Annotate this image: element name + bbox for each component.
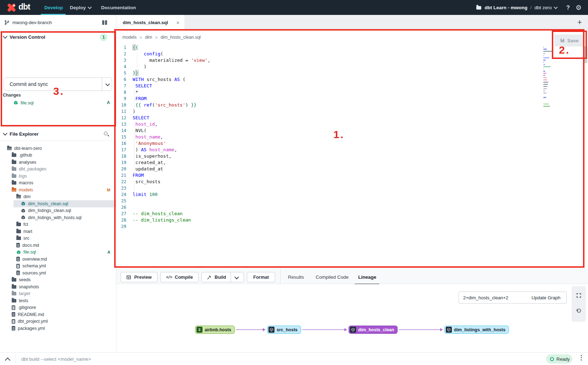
lineage-node-src-hosts[interactable]: src_hosts [267,326,301,334]
tab-dim-hosts-clean[interactable]: dim_hosts_clean.sql × [116,15,184,30]
fullscreen-icon[interactable] [576,293,582,300]
code-line[interactable]: 3 materialized = 'view', [116,57,542,64]
tree-item-tests[interactable]: tests [0,297,116,304]
code-line[interactable]: 15 host_name, [116,134,542,140]
tree-item-dim[interactable]: dim [0,194,116,201]
new-tab-icon[interactable]: + [577,18,582,27]
project-selector[interactable]: dbt zero [534,5,552,10]
docs-panel-icon[interactable] [102,20,107,25]
tree-item-logs[interactable]: logs [0,173,116,180]
code-line[interactable]: 14 NVL( [116,127,542,134]
tree-item--github[interactable]: .github [0,152,116,159]
lineage-node-dim-hosts-clean[interactable]: dim_hosts_clean [349,326,398,334]
command-input[interactable] [21,354,518,364]
code-line[interactable]: 4 ) [116,64,542,70]
tree-item-dbt-packages[interactable]: dbt_packages [0,166,116,173]
tree-item-overview-md[interactable]: overview.md [0,256,116,263]
tree-item-target[interactable]: target [0,290,116,298]
commit-and-sync-button[interactable]: Commit and sync [4,77,112,91]
tree-item-sources-yml[interactable]: sources.yml [0,269,116,277]
chevron-down-icon[interactable] [554,5,558,9]
tree-item-dbt-project-yml[interactable]: dbt_project.yml [0,318,116,325]
update-graph-button[interactable]: Update Graph [526,292,567,304]
code-line[interactable]: 29 [116,223,542,230]
tree-item-docs-md[interactable]: docs.md [0,242,116,249]
tree-item-dbt-learn-zero[interactable]: dbt-learn-zero [0,145,116,152]
code-line[interactable]: 7 SELECT [116,83,542,89]
nav-documentation[interactable]: Documentation [101,0,136,15]
lineage-canvas[interactable]: Update Graph airbnb.hostssrc_hostsdim_ho… [116,284,588,352]
tree-item-fct[interactable]: fct [0,221,116,228]
code-editor[interactable]: 1{{2 config(3 materialized = 'view',4 )5… [116,44,542,230]
code-line[interactable]: 5}} [116,70,542,76]
tree-item-readme-md[interactable]: README.md [0,311,116,318]
minimap[interactable] [543,47,554,110]
tree-item-packages-yml[interactable]: packages.yml [0,325,116,332]
tab-results[interactable]: Results [288,272,304,282]
tree-item-models[interactable]: modelsM [0,186,116,194]
tree-item-src[interactable]: src [0,235,116,242]
breadcrumb-file[interactable]: dim_hosts_clean.sql [161,35,201,40]
preview-button[interactable]: Preview [121,272,157,282]
tree-item-mart[interactable]: mart [0,228,116,235]
tree-item-file-sql[interactable]: file.sqlA [0,249,116,256]
code-line[interactable]: 17 ) AS host_name, [116,147,542,153]
account-name[interactable]: dbt Learn - mwong [485,5,528,10]
code-line[interactable]: 10 {{ ref('src_hosts') }} [116,102,542,108]
code-line[interactable]: 19 created_at, [116,159,542,166]
file-explorer-header[interactable]: File Explorer [0,127,116,141]
code-line[interactable]: 25 [116,198,542,204]
code-line[interactable]: 13 host_id, [116,121,542,127]
format-button[interactable]: Format [247,272,275,282]
dbt-logo-text[interactable]: dbt [18,2,30,12]
code-line[interactable]: 6WITH src_hosts AS ( [116,76,542,83]
code-line[interactable]: 8 * [116,89,542,96]
chevron-down-icon[interactable] [3,131,7,136]
save-button[interactable]: Save [554,34,584,47]
tree-item-seeds[interactable]: seeds [0,277,116,284]
breadcrumb-models[interactable]: models [122,35,137,40]
chevron-down-icon[interactable] [105,82,110,86]
lineage-node-dim-listings-with-hosts[interactable]: dim_listings_with_hosts [444,326,509,334]
branch-name[interactable]: mwong-dev-branch [12,20,52,25]
tab-compiled-code[interactable]: Compiled Code [316,272,349,282]
reset-view-icon[interactable] [576,308,582,315]
breadcrumb-dim[interactable]: dim [145,35,152,40]
dbt-logo-icon[interactable] [6,2,17,13]
code-line[interactable]: 27-- dim_hosts_clean [116,211,542,217]
code-line[interactable]: 12SELECT [116,115,542,121]
code-line[interactable]: 9 FROM [116,96,542,102]
tree-item-analyses[interactable]: analyses [0,159,116,166]
code-line[interactable]: 20 updated_at [116,166,542,172]
gear-icon[interactable]: ⚙ [576,4,582,12]
tree-item-dim-hosts-clean-sql[interactable]: dim_hosts_clean.sql [0,200,116,207]
tree-item-dim-listings-with-hosts-sql[interactable]: dim_listings_with_hosts.sql [0,214,116,221]
code-line[interactable]: 18 is_superhost, [116,153,542,159]
code-line[interactable]: 22 src_hosts [116,179,542,185]
tree-item-schema-yml[interactable]: schema.yml [0,263,116,270]
code-line[interactable]: 21FROM [116,172,542,179]
nav-deploy[interactable]: Deploy [70,0,91,15]
help-icon[interactable]: ? [566,4,570,11]
tree-item-macros[interactable]: macros [0,180,116,187]
close-icon[interactable]: × [176,20,179,26]
code-line[interactable]: 16 'Anonymous' [116,140,542,147]
nav-develop[interactable]: Develop [44,0,63,15]
version-control-header[interactable]: Version Control 1 [0,30,116,44]
tree-item-snapshots[interactable]: snapshots [0,283,116,290]
changed-file-row[interactable]: file.sql A [0,99,116,107]
code-line[interactable]: 1{{ [116,44,542,51]
tab-lineage[interactable]: Lineage [358,272,376,282]
tree-item-dim-listings-clean-sql[interactable]: dim_listings_clean.sql [0,207,116,214]
scrollbar-thumb[interactable] [584,46,587,63]
code-line[interactable]: 11) [116,108,542,115]
code-line[interactable]: 26 [116,204,542,211]
lineage-selector-input[interactable] [459,292,526,304]
tree-item--gitignore[interactable]: .gitignore [0,304,116,311]
code-line[interactable]: 28-- dim_listings_clean [116,217,542,223]
code-line[interactable]: 23 [116,185,542,191]
chevron-down-icon[interactable] [3,34,7,39]
kebab-menu-icon[interactable]: ⋮ [578,354,584,361]
build-button[interactable]: Build [201,272,244,282]
code-line[interactable]: 24limit 100 [116,191,542,198]
